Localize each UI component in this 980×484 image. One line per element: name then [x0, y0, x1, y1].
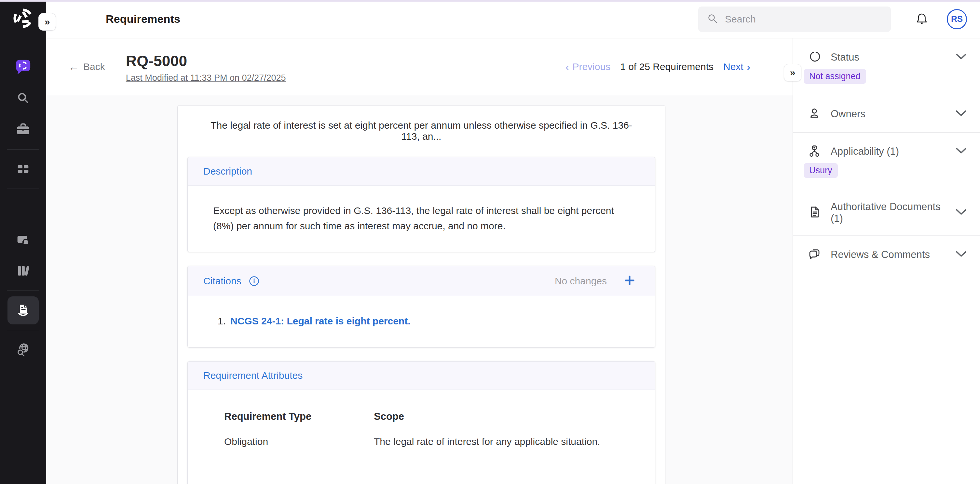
- citation-link[interactable]: NCGS 24-1: Legal rate is eight percent.: [231, 314, 410, 329]
- applicability-section-header[interactable]: Applicability (1): [808, 144, 967, 159]
- requirement-scroll-area[interactable]: The legal rate of interest is set at eig…: [46, 95, 792, 484]
- add-citation-button[interactable]: [624, 275, 635, 287]
- attributes-section: Requirement Attributes Requirement Type …: [188, 361, 655, 484]
- library-books-icon: [14, 262, 32, 280]
- attribute-value: Obligation: [224, 434, 374, 449]
- panel-section-reviews-comments: Reviews & Comments: [793, 236, 980, 273]
- attribute-label: Requirement Type: [224, 409, 374, 424]
- panel-section-status: Status Not assigned: [793, 38, 980, 95]
- dashboard-grid-icon: [14, 161, 32, 177]
- sidebar-item-assistant[interactable]: [8, 53, 39, 81]
- citations-status: No changes: [555, 276, 607, 287]
- requirements-document-icon: [14, 302, 32, 319]
- double-chevron-right-icon: »: [45, 16, 50, 27]
- sidebar-expand-button[interactable]: »: [38, 13, 56, 30]
- sidebar-item-research[interactable]: [8, 336, 39, 364]
- chevron-down-icon: [955, 251, 967, 259]
- search-icon: [14, 90, 32, 107]
- requirement-summary: The legal rate of interest is set at eig…: [178, 105, 665, 157]
- info-icon[interactable]: [248, 276, 259, 287]
- description-section: Description Except as otherwise provided…: [188, 157, 655, 252]
- sidebar-nav: [0, 51, 46, 366]
- attribute-field: Notes —: [224, 482, 630, 484]
- status-progress-icon: [808, 50, 821, 64]
- attribute-value: The legal rate of interest for any appli…: [374, 434, 630, 449]
- sidebar-item-workspace[interactable]: [8, 116, 39, 144]
- notifications-card-icon: [14, 231, 32, 248]
- attribute-field: Requirement Type Obligation: [224, 409, 374, 449]
- page-title: Requirements: [106, 13, 180, 26]
- search-icon: [706, 12, 719, 26]
- panel-section-owners: Owners: [793, 95, 980, 133]
- sidebar-item-alerts[interactable]: [8, 226, 39, 254]
- plus-icon: [624, 275, 635, 287]
- status-section-header[interactable]: Status: [808, 50, 967, 64]
- description-title: Description: [204, 166, 252, 177]
- back-link[interactable]: ← Back: [68, 61, 105, 72]
- sidebar-item-dashboard[interactable]: [8, 155, 39, 183]
- main-content: ← Back RQ-5000 Last Modified at 11:33 PM…: [46, 38, 792, 484]
- document-icon: [808, 206, 821, 220]
- authoritative-documents-section-header[interactable]: Authoritative Documents (1): [808, 201, 967, 224]
- chevron-right-icon: ›: [747, 61, 750, 72]
- comments-icon: [808, 248, 821, 262]
- person-icon: [808, 107, 821, 121]
- briefcase-icon: [14, 121, 32, 138]
- global-search[interactable]: [698, 6, 891, 32]
- requirement-pager: ‹ Previous 1 of 25 Requirements Next ›: [565, 38, 750, 95]
- pager-position: 1 of 25 Requirements: [620, 61, 714, 72]
- description-body: Except as otherwise provided in G.S. 136…: [213, 203, 630, 233]
- panel-section-applicability: Applicability (1) Usury: [793, 133, 980, 189]
- sidebar-divider: [7, 149, 39, 150]
- chevron-down-icon: [955, 110, 967, 118]
- attribute-label: Notes: [224, 482, 630, 484]
- previous-button[interactable]: ‹ Previous: [565, 61, 610, 72]
- requirement-header: ← Back RQ-5000 Last Modified at 11:33 PM…: [46, 38, 792, 95]
- panel-section-authoritative-documents: Authoritative Documents (1): [793, 189, 980, 236]
- attribute-label: Scope: [374, 409, 630, 424]
- sidebar-item-search[interactable]: [8, 85, 39, 112]
- sidebar-divider: [7, 330, 39, 330]
- detail-side-panel: » Status N: [792, 38, 980, 484]
- last-modified-link[interactable]: Last Modified at 11:33 PM on 02/27/2025: [126, 73, 286, 83]
- search-input[interactable]: [725, 14, 883, 25]
- sidebar-item-library[interactable]: [8, 257, 39, 285]
- panel-expand-button[interactable]: »: [784, 64, 801, 81]
- globe-search-icon: [14, 341, 32, 358]
- brand-logo-icon[interactable]: [11, 6, 35, 30]
- attributes-title: Requirement Attributes: [204, 370, 302, 381]
- notifications-bell-icon[interactable]: [914, 12, 929, 27]
- chevron-down-icon: [955, 53, 967, 62]
- chevron-down-icon: [955, 208, 967, 217]
- reviews-comments-section-header[interactable]: Reviews & Comments: [808, 248, 967, 262]
- user-avatar[interactable]: RS: [947, 9, 967, 29]
- arrow-left-icon: ←: [68, 61, 80, 72]
- top-bar: Requirements RS: [46, 0, 980, 38]
- assistant-chat-icon: [14, 58, 32, 76]
- citations-title: Citations: [204, 276, 242, 287]
- sidebar-divider: [7, 291, 39, 291]
- citation-number: 1.: [218, 314, 226, 329]
- requirement-id-title: RQ-5000: [126, 52, 286, 70]
- sidebar-divider: [7, 188, 39, 189]
- attribute-field: Scope The legal rate of interest for any…: [374, 409, 630, 449]
- owners-section-header[interactable]: Owners: [808, 107, 967, 121]
- double-chevron-right-icon: »: [790, 67, 795, 78]
- next-button[interactable]: Next ›: [723, 61, 750, 72]
- citations-section: Citations No changes: [188, 266, 655, 348]
- top-accent-strip: [0, 0, 980, 2]
- chevron-left-icon: ‹: [565, 61, 569, 72]
- app-sidebar: [0, 0, 46, 484]
- hierarchy-icon: [808, 144, 821, 159]
- chevron-down-icon: [955, 147, 967, 156]
- requirement-card: The legal rate of interest is set at eig…: [177, 105, 665, 484]
- applicability-badge: Usury: [803, 163, 838, 178]
- sidebar-item-requirements[interactable]: [8, 296, 39, 324]
- status-badge: Not assigned: [803, 69, 866, 84]
- citation-list-item: 1. NCGS 24-1: Legal rate is eight percen…: [213, 314, 630, 329]
- app-root: » Requirements: [0, 0, 980, 484]
